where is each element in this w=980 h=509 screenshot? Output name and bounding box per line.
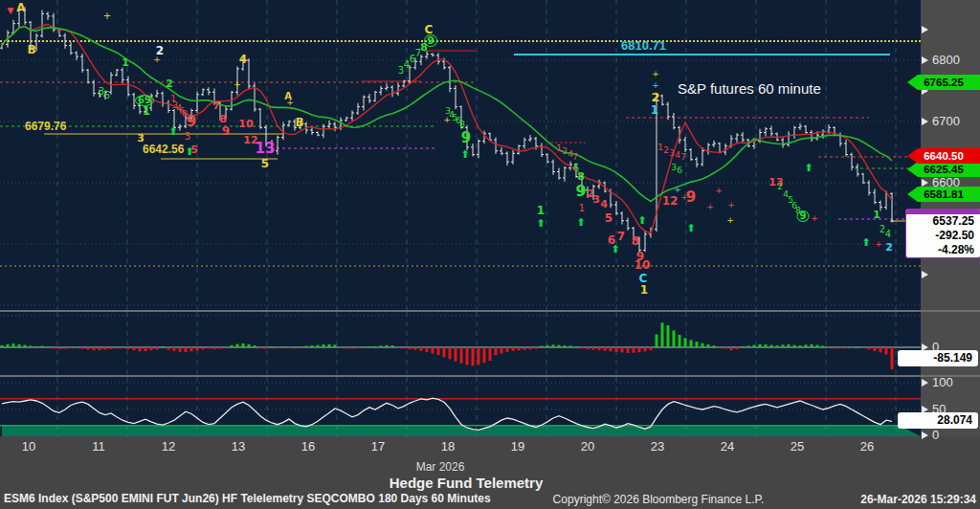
support-level-label-2: 6642.56	[143, 143, 184, 156]
month-label: Mar 2026	[416, 460, 465, 474]
panel-divider-2[interactable]	[0, 375, 980, 377]
main-price-panel[interactable]	[0, 0, 921, 310]
footer-security-description: ESM6 Index (S&P500 EMINI FUT Jun26) HF T…	[4, 492, 491, 505]
right-price-axis	[921, 0, 980, 436]
footer-timestamp: 26-Mar-2026 15:29:34	[860, 493, 976, 506]
footer-copyright: Copyright© 2026 Bloomberg Finance L.P.	[553, 493, 765, 506]
momentum-histogram-panel[interactable]	[0, 312, 921, 375]
bloomberg-chart-window: S&P futures 60 minute 6679.76 6642.56 68…	[0, 0, 980, 509]
support-level-label-1: 6679.76	[25, 120, 66, 133]
resistance-level-label: 6810.71	[621, 38, 666, 53]
watermark-text: Hedge Fund Telemetry	[390, 475, 544, 491]
panel-divider-1[interactable]	[0, 310, 980, 312]
chart-title: S&P futures 60 minute	[678, 80, 821, 97]
oscillator-panel[interactable]	[0, 377, 921, 436]
